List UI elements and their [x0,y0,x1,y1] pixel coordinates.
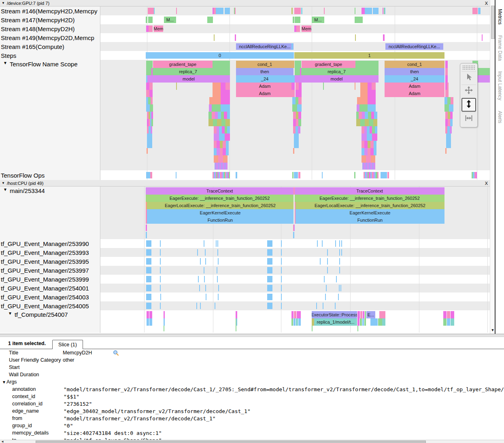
trace-event[interactable] [204,240,204,247]
trace-event[interactable]: EagerExecute: __inference_train_function… [146,195,293,202]
trace-event[interactable] [217,240,218,247]
trace-event[interactable] [335,303,336,309]
trace-event[interactable] [298,318,301,326]
track-label[interactable]: ▼main/253344 [0,187,100,239]
trace-event[interactable] [291,90,295,97]
trace-event[interactable] [387,172,389,178]
trace-event[interactable] [146,258,151,265]
magnifier-icon[interactable] [113,350,119,356]
trace-event[interactable]: ncclAllReduceRingLLKe... [236,43,293,50]
trace-event[interactable] [291,311,293,318]
trace-event[interactable] [447,311,450,318]
trace-event[interactable] [291,8,293,14]
trace-event[interactable] [296,318,298,326]
trace-event[interactable] [236,318,237,326]
trace-event[interactable] [150,172,152,178]
pan-tool-button[interactable] [461,85,476,97]
tab-metrics[interactable]: Metrics [497,9,503,25]
trace-event[interactable] [385,8,385,14]
horizontal-scrollbar-thumb[interactable] [36,441,426,443]
trace-event[interactable]: ExecutorState::Process [312,311,357,318]
trace-event[interactable] [204,267,204,273]
trace-event[interactable] [444,97,453,104]
trace-event[interactable] [200,303,201,309]
trace-event[interactable] [357,97,368,104]
trace-event[interactable] [322,172,323,178]
trace-event[interactable] [147,311,149,318]
trace-event[interactable] [147,119,153,126]
trace-event[interactable] [324,276,325,282]
trace-event[interactable] [446,141,451,148]
trace-event[interactable] [214,148,229,155]
track-timeline[interactable]: M...M... [100,15,490,24]
trace-event[interactable]: Mem [154,25,163,32]
trace-event[interactable] [362,163,375,170]
trace-event[interactable] [339,258,340,265]
collapse-icon[interactable]: ▼ [2,1,5,5]
trace-event[interactable] [294,172,298,178]
trace-event[interactable] [217,276,218,282]
trace-event[interactable]: gradient_tape [302,61,355,68]
selection-tool-button[interactable] [461,71,476,84]
trace-event[interactable] [295,17,300,23]
trace-event[interactable] [327,267,328,273]
trace-event[interactable] [444,104,453,112]
trace-event[interactable] [339,267,340,273]
trace-event[interactable] [148,8,154,14]
trace-event[interactable] [146,90,153,97]
trace-event[interactable] [221,97,230,104]
trace-event[interactable] [267,258,272,265]
trace-event[interactable] [341,240,342,247]
trace-event[interactable] [147,318,149,326]
tab-input-latency[interactable]: Input Latency [497,71,503,100]
trace-event[interactable] [323,303,323,309]
track-timeline[interactable] [100,6,490,15]
trace-event[interactable] [291,318,293,326]
trace-event[interactable] [365,311,366,318]
trace-event[interactable]: then [385,68,444,75]
trace-event[interactable] [382,318,385,326]
trace-event[interactable] [176,172,177,178]
trace-event[interactable]: Adam [385,83,444,90]
trace-event[interactable] [267,240,272,247]
trace-event[interactable] [236,172,237,178]
trace-event[interactable] [296,83,302,90]
trace-event[interactable] [199,285,200,291]
trace-event[interactable] [205,249,206,256]
close-icon[interactable]: X [485,181,488,186]
tab-alerts[interactable]: Alerts [497,111,503,123]
trace-event[interactable] [317,240,318,247]
trace-event[interactable] [363,311,364,318]
trace-event[interactable] [146,104,153,112]
process-header[interactable]: ▼/host:CPU (pid 49)X [0,180,490,187]
trace-event[interactable] [359,104,368,112]
trace-event[interactable] [281,294,282,300]
trace-event[interactable] [281,285,282,291]
trace-event[interactable] [293,61,294,68]
trace-event[interactable] [327,249,328,256]
trace-event[interactable] [446,134,451,141]
trace-event[interactable] [214,126,230,134]
trace-event[interactable]: M... [164,17,176,23]
trace-event[interactable] [214,134,230,141]
trace-event[interactable] [292,172,293,178]
trace-event[interactable]: 1 [294,52,444,59]
trace-event[interactable] [356,119,377,126]
trace-event[interactable] [215,303,215,309]
trace-event[interactable]: Adam [385,90,444,97]
trace-event[interactable] [451,311,454,318]
trace-event[interactable] [146,61,153,68]
trace-event[interactable] [293,119,301,126]
trace-event[interactable] [146,232,147,238]
trace-event[interactable] [355,61,379,68]
trace-event[interactable] [312,326,313,331]
timing-range-tool-button[interactable] [461,112,476,125]
args-section-header[interactable]: ▼Args [0,378,504,386]
collapse-icon[interactable]: ▼ [2,181,5,185]
trace-event[interactable] [381,172,387,178]
trace-event[interactable] [267,249,272,256]
trace-event[interactable] [296,90,302,97]
vertical-zoom-tool-button[interactable] [461,98,476,112]
trace-event[interactable] [235,8,236,14]
trace-event[interactable] [205,258,206,265]
